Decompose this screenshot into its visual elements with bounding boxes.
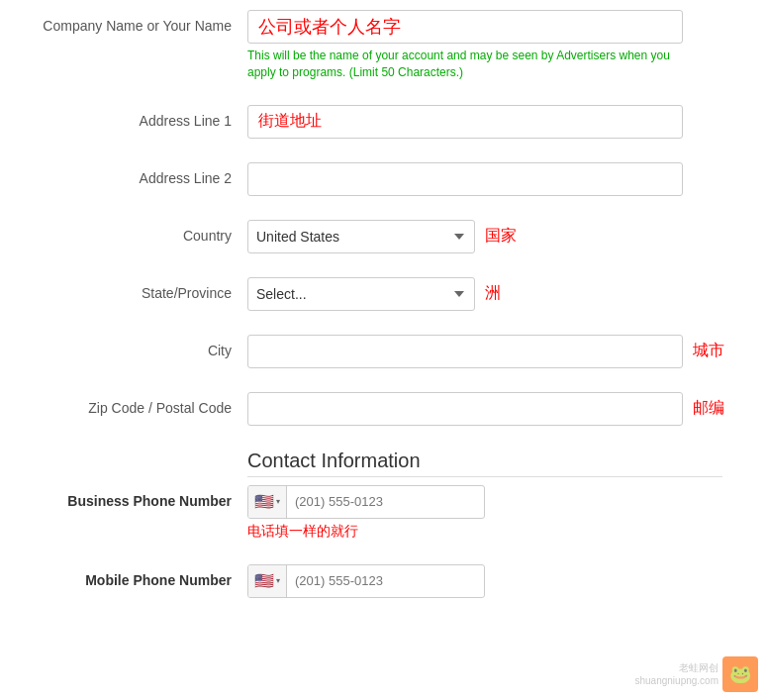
flag-caret-icon: ▾ [276,497,280,506]
city-input-area: 城市 [247,335,746,368]
form-container: Company Name or Your Name This will be t… [0,0,766,642]
business-phone-label: Business Phone Number [20,485,247,509]
mobile-phone-input-area: 🇺🇸 ▾ [247,564,746,598]
business-phone-input-row: 🇺🇸 ▾ [247,485,746,519]
state-label: State/Province [20,277,247,301]
us-flag-icon-mobile: 🇺🇸 [254,571,274,590]
state-input-row: Select... Alabama Alaska Arizona Califor… [247,277,746,311]
address1-row: Address Line 1 [20,105,746,139]
mobile-phone-wrapper: 🇺🇸 ▾ [247,564,485,598]
mobile-phone-flag-selector[interactable]: 🇺🇸 ▾ [248,565,287,597]
state-annotation: 洲 [485,283,501,304]
company-name-input[interactable] [247,10,683,44]
address1-input-area [247,105,746,139]
address2-label: Address Line 2 [20,162,247,186]
mobile-phone-label: Mobile Phone Number [20,564,247,588]
flag-caret-icon-mobile: ▾ [276,576,280,585]
country-row: Country United States China Canada 国家 [20,220,746,253]
state-row: State/Province Select... Alabama Alaska … [20,277,746,311]
business-phone-flag-selector[interactable]: 🇺🇸 ▾ [248,486,287,518]
zip-row: Zip Code / Postal Code 邮编 [20,392,746,426]
address1-input[interactable] [247,105,683,139]
address1-input-row [247,105,746,139]
country-input-row: United States China Canada 国家 [247,220,746,253]
city-input-row: 城市 [247,335,746,368]
company-name-input-row [247,10,746,44]
address1-label: Address Line 1 [20,105,247,129]
address2-input[interactable] [247,162,683,196]
company-name-label: Company Name or Your Name [20,10,247,34]
zip-annotation: 邮编 [693,398,724,419]
state-select[interactable]: Select... Alabama Alaska Arizona Califor… [247,277,475,311]
city-annotation: 城市 [693,341,724,361]
company-name-row: Company Name or Your Name This will be t… [20,10,746,81]
mobile-phone-input[interactable] [287,565,473,597]
country-label: Country [20,220,247,244]
address2-input-row [247,162,746,196]
address2-row: Address Line 2 [20,162,746,196]
company-hint-text: This will be the name of your account an… [247,48,683,81]
country-input-area: United States China Canada 国家 [247,220,746,253]
mobile-phone-row: Mobile Phone Number 🇺🇸 ▾ [20,564,746,598]
business-phone-row: Business Phone Number 🇺🇸 ▾ 电话填一样的就行 [20,485,746,541]
contact-section-title-row: Contact Information [20,450,746,477]
address2-input-area [247,162,746,196]
contact-section-title: Contact Information [247,450,722,477]
city-label: City [20,335,247,358]
zip-input-row: 邮编 [247,392,746,426]
company-name-input-area: This will be the name of your account an… [247,10,746,81]
business-phone-wrapper: 🇺🇸 ▾ [247,485,485,519]
country-select[interactable]: United States China Canada [247,220,475,253]
business-phone-input-area: 🇺🇸 ▾ 电话填一样的就行 [247,485,746,541]
city-row: City 城市 [20,335,746,368]
city-input[interactable] [247,335,683,368]
mobile-phone-input-row: 🇺🇸 ▾ [247,564,746,598]
business-phone-hint: 电话填一样的就行 [247,523,746,541]
zip-input[interactable] [247,392,683,426]
zip-input-area: 邮编 [247,392,746,426]
us-flag-icon: 🇺🇸 [254,492,274,511]
country-annotation: 国家 [485,226,517,247]
state-input-area: Select... Alabama Alaska Arizona Califor… [247,277,746,311]
business-phone-input[interactable] [287,486,473,518]
zip-label: Zip Code / Postal Code [20,392,247,416]
